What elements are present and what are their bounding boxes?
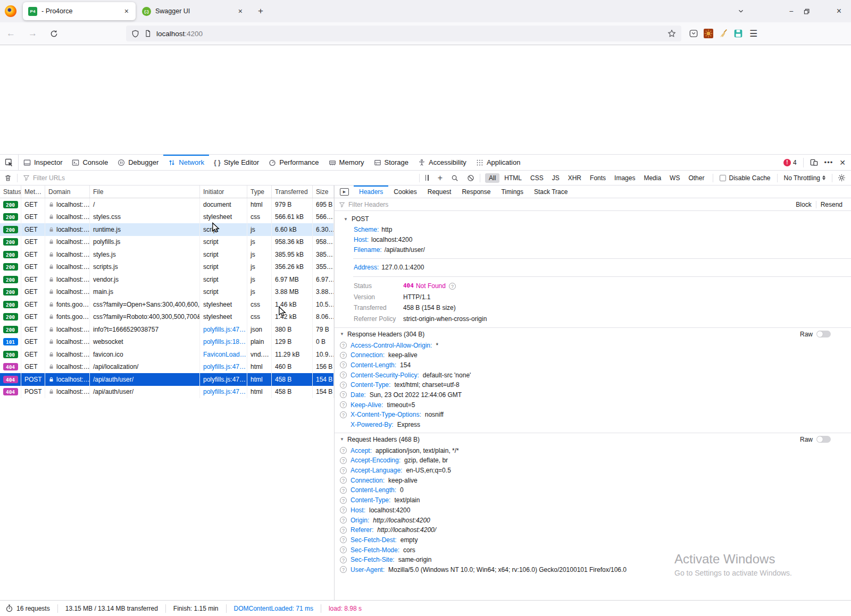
request-row[interactable]: 101GETlocalhost:…websocketpolyfills.js:1… [0, 336, 334, 349]
column-header-type[interactable]: Type [247, 185, 272, 198]
details-tab-stack-trace[interactable]: Stack Trace [529, 185, 573, 198]
filter-urls-input[interactable] [33, 174, 150, 182]
initiator-link[interactable]: FaviconLoad… [203, 351, 246, 358]
block-url-button[interactable]: Block [791, 201, 815, 208]
url-bar[interactable]: localhost:4200 [126, 26, 681, 41]
type-filter-other[interactable]: Other [685, 173, 708, 183]
back-button[interactable]: ← [0, 26, 22, 41]
help-icon[interactable]: ? [340, 411, 347, 418]
throttling-dropdown[interactable]: No Throttling [779, 174, 831, 182]
header-row[interactable]: ?Sec-Fetch-Site:same-origin [335, 555, 851, 565]
help-icon[interactable]: ? [340, 372, 347, 378]
type-filter-images[interactable]: Images [611, 173, 639, 183]
request-row[interactable]: 200GETlocalhost:…info?t=1666529038757pol… [0, 323, 334, 336]
type-filter-ws[interactable]: WS [666, 173, 683, 183]
browser-tab[interactable]: P4- Pro4orce× [23, 2, 136, 20]
request-row[interactable]: 200GETfonts.goo…css?family=Roboto:400,30… [0, 311, 334, 324]
tab-close-icon[interactable]: × [236, 6, 245, 16]
pause-traffic-button[interactable] [421, 175, 433, 181]
header-row[interactable]: ?Origin:http://localhost:4200 [335, 515, 851, 525]
request-row[interactable]: 200GETlocalhost:…vendor.jsscriptjs6.97 M… [0, 273, 334, 286]
type-filter-all[interactable]: All [485, 173, 499, 183]
filter-urls-box[interactable] [19, 174, 154, 182]
help-icon[interactable]: ? [340, 487, 347, 494]
header-row[interactable]: ?Content-Length:0 [335, 485, 851, 495]
minimize-button[interactable]: − [779, 7, 803, 15]
header-row[interactable]: ?Sec-Fetch-Mode:cors [335, 545, 851, 555]
resend-button[interactable]: Resend [816, 201, 847, 208]
help-icon[interactable]: ? [340, 401, 347, 408]
initiator-link[interactable]: polyfills.js:47… [203, 326, 246, 333]
details-tab-headers[interactable]: Headers [354, 185, 388, 198]
column-header-initiator[interactable]: Initiator [200, 185, 247, 198]
tab-close-icon[interactable]: × [122, 6, 131, 16]
request-row[interactable]: 404POSTlocalhost:…/api/auth/user/polyfil… [0, 373, 334, 386]
devtools-tab-memory[interactable]: Memory [324, 155, 369, 170]
search-button[interactable] [447, 174, 463, 182]
close-window-button[interactable]: × [827, 6, 851, 16]
extension-orange-icon[interactable] [704, 29, 713, 38]
devtools-menu-icon[interactable]: ••• [824, 158, 833, 166]
type-filter-xhr[interactable]: XHR [564, 173, 585, 183]
initiator-link[interactable]: polyfills.js:47… [203, 363, 246, 370]
column-header-transferred[interactable]: Transferred [272, 185, 313, 198]
type-filter-css[interactable]: CSS [527, 173, 547, 183]
help-icon[interactable]: ? [340, 457, 347, 464]
menu-button[interactable]: ☰ [748, 28, 762, 39]
type-filter-fonts[interactable]: Fonts [586, 173, 610, 183]
help-icon[interactable]: ? [340, 342, 347, 349]
initiator-link[interactable]: polyfills.js:18… [203, 338, 246, 345]
header-row[interactable]: ?Referer:http://localhost:4200/ [335, 525, 851, 535]
request-row[interactable]: 200GETlocalhost:…styles.cssstylesheetcss… [0, 211, 334, 224]
help-icon[interactable]: ? [340, 382, 347, 389]
help-icon[interactable]: ? [340, 527, 347, 534]
devtools-tab-inspector[interactable]: Inspector [19, 155, 67, 170]
column-header-met[interactable]: Met… [21, 185, 45, 198]
request-row[interactable]: 200GETlocalhost:…styles.jsscriptjs385.95… [0, 248, 334, 261]
clear-requests-button[interactable] [0, 174, 16, 182]
request-row[interactable]: 200GETlocalhost:…polyfills.jsscriptjs958… [0, 236, 334, 249]
request-row[interactable]: 200GETlocalhost:…scripts.jsscriptjs356.2… [0, 261, 334, 274]
header-row[interactable]: ?Content-Type:text/plain [335, 495, 851, 505]
request-summary-header[interactable]: ▼ POST [344, 215, 851, 223]
network-settings-button[interactable] [833, 174, 851, 182]
header-row[interactable]: ?Connection:keep-alive [335, 350, 851, 360]
type-filter-media[interactable]: Media [640, 173, 665, 183]
devtools-tab-accessibility[interactable]: Accessibility [413, 155, 471, 170]
devtools-tab-console[interactable]: Console [67, 155, 113, 170]
devtools-close-button[interactable]: ✕ [839, 158, 846, 167]
initiator-link[interactable]: polyfills.js:47… [203, 388, 246, 395]
help-icon[interactable]: ? [340, 566, 347, 573]
devtools-tab-performance[interactable]: Performance [264, 155, 323, 170]
pocket-icon[interactable] [689, 29, 698, 38]
responsive-design-icon[interactable] [810, 158, 818, 166]
details-tab-timings[interactable]: Timings [496, 185, 529, 198]
new-tab-button[interactable]: + [253, 5, 269, 18]
bookmark-star-icon[interactable] [668, 29, 676, 38]
column-header-status[interactable]: Status [0, 185, 21, 198]
type-filter-html[interactable]: HTML [500, 173, 525, 183]
header-row[interactable]: ?Content-Length:154 [335, 360, 851, 370]
block-requests-button[interactable] [463, 174, 479, 182]
firefox-logo-icon[interactable] [5, 5, 16, 17]
help-icon[interactable]: ? [340, 352, 347, 359]
page-info-icon[interactable] [144, 30, 152, 37]
details-tab-cookies[interactable]: Cookies [388, 185, 422, 198]
request-row[interactable]: 200GETlocalhost:…runtime.jsscriptjs6.60 … [0, 223, 334, 236]
request-row[interactable]: 404GETlocalhost:…/api/localization/polyf… [0, 361, 334, 374]
header-row[interactable]: ?Content-Type:text/html; charset=utf-8 [335, 380, 851, 390]
devtools-tab-application[interactable]: Application [471, 155, 525, 170]
response-headers-title-row[interactable]: ▼ Response Headers (304 B) Raw [335, 328, 851, 340]
request-row[interactable]: 200GETlocalhost:…favicon.icoFaviconLoad…… [0, 348, 334, 361]
header-row[interactable]: ?X-Content-Type-Options:nosniff [335, 410, 851, 420]
help-icon[interactable]: ? [340, 447, 347, 454]
header-row[interactable]: ?Date:Sun, 23 Oct 2022 12:44:06 GMT [335, 390, 851, 400]
header-row[interactable]: ?Accept-Encoding:gzip, deflate, br [335, 455, 851, 466]
help-icon[interactable]: ? [340, 497, 347, 504]
header-row[interactable]: ?Content-Security-Policy:default-src 'no… [335, 370, 851, 380]
request-row[interactable]: 404POSTlocalhost:…/api/auth/user/polyfil… [0, 386, 334, 399]
browser-tab[interactable]: {;}Swagger UI× [137, 2, 249, 20]
column-header-file[interactable]: File [90, 185, 200, 198]
request-row[interactable]: 200GETfonts.goo…css?family=Open+Sans:300… [0, 298, 334, 311]
help-icon[interactable]: ? [340, 556, 347, 563]
